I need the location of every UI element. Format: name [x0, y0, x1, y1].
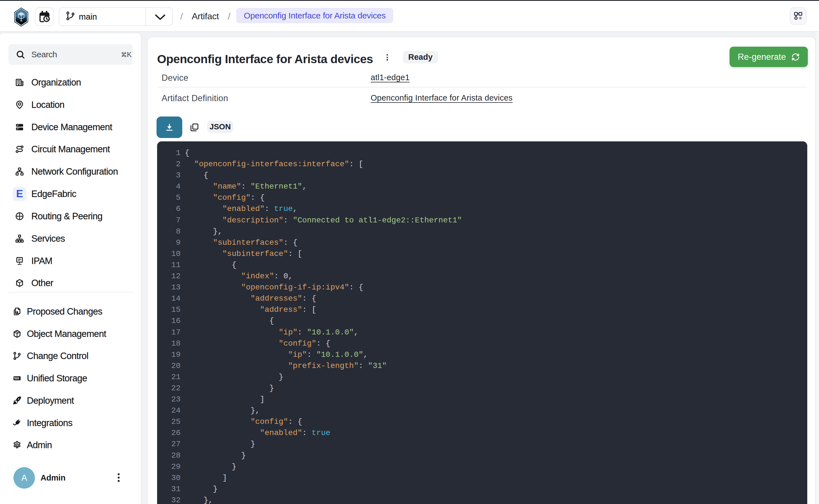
svg-text:IP: IP	[18, 258, 21, 261]
